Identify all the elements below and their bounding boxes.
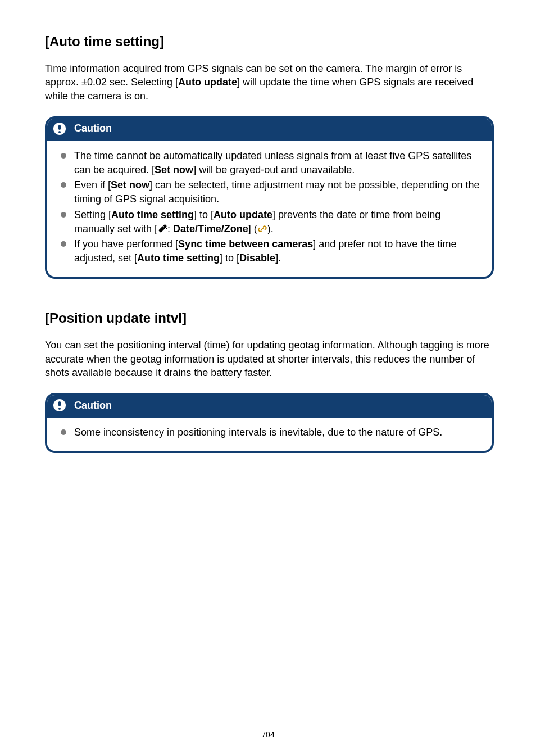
caution-header: Caution	[47, 119, 492, 141]
intro-auto-time-setting: Time information acquired from GPS signa…	[45, 62, 494, 103]
text: If you have performed [	[74, 238, 178, 250]
caution-header: Caution	[47, 395, 492, 418]
svg-rect-1	[58, 125, 61, 130]
warning-icon	[53, 399, 66, 412]
bold-auto-update: Auto update	[214, 209, 272, 220]
caution-box-position-update: Caution Some inconsistency in positionin…	[45, 393, 494, 453]
bold-set-now: Set now	[155, 164, 193, 175]
text: ] to [	[220, 252, 239, 264]
bold-auto-time-setting: Auto time setting	[137, 252, 220, 264]
bold-disable: Disable	[239, 252, 275, 264]
caution-box-auto-time: Caution The time cannot be automatically…	[45, 116, 494, 279]
bold-sync-time: Sync time between cameras	[178, 238, 313, 250]
bold-auto-time-setting: Auto time setting	[111, 209, 194, 220]
caution-label: Caution	[74, 123, 112, 134]
list-item: Even if [Set now] can be selected, time …	[58, 178, 480, 206]
intro-position-update: You can set the positioning interval (ti…	[45, 338, 494, 379]
warning-icon	[53, 122, 66, 135]
heading-position-update-intvl: [Position update intvl]	[45, 310, 494, 326]
intro-bold-auto-update: Auto update	[178, 76, 237, 88]
text: ] will be grayed-out and unavailable.	[193, 164, 355, 175]
svg-point-2	[58, 131, 61, 133]
bold-set-now: Set now	[111, 179, 149, 191]
page-number: 704	[0, 730, 536, 739]
bold-date-time-zone: Date/Time/Zone	[173, 223, 248, 234]
caution-list: The time cannot be automatically updated…	[58, 149, 480, 266]
svg-rect-4	[58, 401, 61, 406]
caution-body: Some inconsistency in positioning interv…	[47, 418, 492, 451]
text: Some inconsistency in positioning interv…	[74, 427, 442, 438]
text: ] to [	[194, 209, 214, 220]
list-item: If you have performed [Sync time between…	[58, 237, 480, 265]
text: ].	[275, 252, 281, 264]
wrench-icon	[157, 224, 167, 234]
text: Setting [	[74, 209, 111, 220]
link-icon[interactable]	[257, 224, 267, 234]
caution-body: The time cannot be automatically updated…	[47, 141, 492, 277]
caution-list: Some inconsistency in positioning interv…	[58, 425, 480, 440]
text: Even if [	[74, 179, 111, 191]
list-item: Setting [Auto time setting] to [Auto upd…	[58, 208, 480, 236]
text: ).	[267, 223, 274, 234]
svg-point-5	[58, 408, 61, 410]
text: ] (	[248, 223, 257, 234]
list-item: Some inconsistency in positioning interv…	[58, 425, 480, 440]
list-item: The time cannot be automatically updated…	[58, 149, 480, 177]
text-colon: :	[167, 223, 173, 234]
caution-label: Caution	[74, 400, 112, 411]
heading-auto-time-setting: [Auto time setting]	[45, 34, 494, 49]
